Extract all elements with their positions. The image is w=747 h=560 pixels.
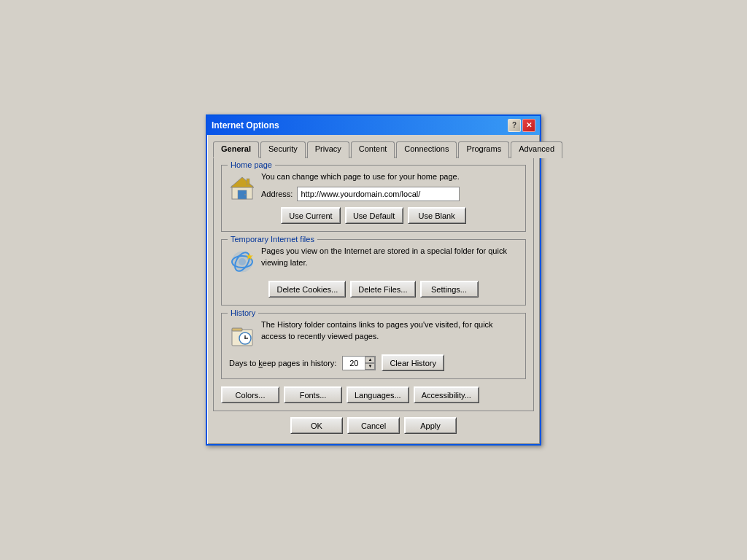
footer-buttons: OK Cancel Apply bbox=[213, 411, 534, 438]
delete-cookies-button[interactable]: Delete Cookies... bbox=[268, 281, 346, 298]
close-button[interactable]: ✕ bbox=[522, 119, 535, 132]
use-blank-button[interactable]: Use Blank bbox=[408, 207, 466, 224]
temp-files-content: Pages you view on the Internet are store… bbox=[229, 246, 518, 275]
ok-button[interactable]: OK bbox=[290, 417, 343, 434]
tab-connections[interactable]: Connections bbox=[396, 141, 457, 158]
history-icon bbox=[229, 322, 255, 349]
home-page-group: Home page bbox=[221, 165, 526, 232]
tab-security[interactable]: Security bbox=[260, 141, 306, 158]
address-label: Address: bbox=[261, 190, 293, 198]
history-group: History The H bbox=[221, 313, 526, 379]
apply-button[interactable]: Apply bbox=[404, 417, 457, 434]
history-controls-row: Days to keep pages in history: ▲ ▼ Clear… bbox=[229, 354, 518, 371]
days-label: Days to keep pages in history: bbox=[229, 359, 336, 368]
use-default-button[interactable]: Use Default bbox=[345, 207, 403, 224]
history-content: The History folder contains links to pag… bbox=[229, 319, 518, 349]
address-input[interactable] bbox=[297, 187, 459, 201]
tab-general[interactable]: General bbox=[213, 141, 259, 158]
days-input[interactable] bbox=[343, 357, 365, 370]
clear-history-button[interactable]: Clear History bbox=[382, 354, 444, 371]
title-bar-buttons: ? ✕ bbox=[508, 119, 535, 132]
accessibility-button[interactable]: Accessibility... bbox=[414, 386, 479, 403]
internet-options-dialog: Internet Options ? ✕ General Security Pr… bbox=[206, 114, 541, 446]
home-page-content: You can change which page to use for you… bbox=[229, 171, 518, 201]
ie-icon-svg bbox=[229, 249, 255, 275]
home-page-description: You can change which page to use for you… bbox=[261, 171, 460, 182]
home-page-legend: Home page bbox=[228, 160, 275, 169]
history-description: The History folder contains links to pag… bbox=[261, 319, 518, 342]
history-icon-svg bbox=[229, 322, 255, 349]
fonts-button[interactable]: Fonts... bbox=[284, 386, 342, 403]
use-current-button[interactable]: Use Current bbox=[281, 207, 340, 224]
days-spinner[interactable]: ▲ ▼ bbox=[342, 356, 376, 370]
help-button[interactable]: ? bbox=[508, 119, 521, 132]
svg-point-3 bbox=[244, 194, 246, 195]
temp-files-buttons: Delete Cookies... Delete Files... Settin… bbox=[229, 281, 518, 298]
svg-rect-4 bbox=[247, 179, 249, 184]
temp-files-group: Temporary Internet files Pag bbox=[221, 239, 526, 306]
spinner-buttons: ▲ ▼ bbox=[365, 357, 375, 370]
temp-files-description: Pages you view on the Internet are store… bbox=[261, 246, 518, 268]
tab-content-general: Home page bbox=[213, 157, 534, 411]
spinner-down[interactable]: ▼ bbox=[365, 363, 375, 370]
home-page-text-area: You can change which page to use for you… bbox=[261, 171, 460, 201]
history-legend: History bbox=[228, 308, 258, 317]
title-bar: Internet Options ? ✕ bbox=[207, 116, 540, 135]
temp-files-legend: Temporary Internet files bbox=[228, 235, 317, 244]
bottom-buttons: Colors... Fonts... Languages... Accessib… bbox=[221, 386, 526, 403]
settings-button[interactable]: Settings... bbox=[420, 281, 479, 298]
colors-button[interactable]: Colors... bbox=[221, 386, 279, 403]
ie-icon bbox=[229, 249, 255, 275]
spinner-up[interactable]: ▲ bbox=[365, 357, 375, 363]
window-title: Internet Options bbox=[212, 120, 279, 131]
home-icon-svg bbox=[229, 174, 255, 201]
tab-content[interactable]: Content bbox=[351, 141, 395, 158]
svg-marker-1 bbox=[231, 177, 254, 187]
address-row: Address: bbox=[261, 187, 460, 201]
window-body: General Security Privacy Content Connect… bbox=[207, 135, 540, 444]
svg-point-15 bbox=[244, 338, 246, 339]
tab-privacy[interactable]: Privacy bbox=[307, 141, 349, 158]
home-page-buttons: Use Current Use Default Use Blank bbox=[229, 207, 518, 224]
tab-bar: General Security Privacy Content Connect… bbox=[213, 141, 534, 158]
languages-button[interactable]: Languages... bbox=[347, 386, 409, 403]
tab-advanced[interactable]: Advanced bbox=[511, 141, 562, 158]
svg-point-8 bbox=[239, 258, 246, 265]
tab-programs[interactable]: Programs bbox=[458, 141, 509, 158]
cancel-button[interactable]: Cancel bbox=[347, 417, 400, 434]
delete-files-button[interactable]: Delete Files... bbox=[350, 281, 415, 298]
home-icon bbox=[229, 174, 255, 201]
svg-rect-11 bbox=[232, 328, 242, 331]
